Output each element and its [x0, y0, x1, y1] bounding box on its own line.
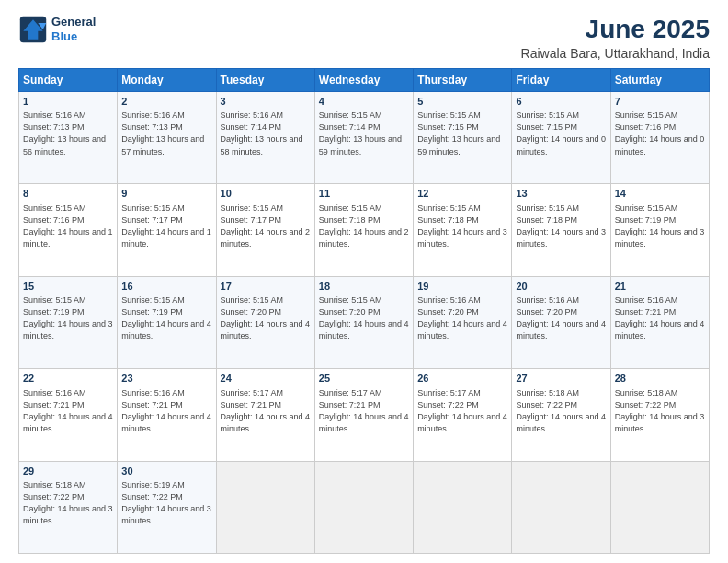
day-info: Sunrise: 5:16 AMSunset: 7:13 PMDaylight:… [121, 109, 211, 157]
day-info: Sunrise: 5:17 AMSunset: 7:21 PMDaylight:… [319, 387, 409, 435]
day-info: Sunrise: 5:16 AMSunset: 7:21 PMDaylight:… [615, 294, 705, 342]
logo-line1: General [51, 15, 96, 29]
day-cell: 15Sunrise: 5:15 AMSunset: 7:19 PMDayligh… [19, 276, 118, 368]
day-cell: 4Sunrise: 5:15 AMSunset: 7:14 PMDaylight… [314, 92, 413, 184]
day-info: Sunrise: 5:16 AMSunset: 7:20 PMDaylight:… [516, 294, 606, 342]
day-cell: 18Sunrise: 5:15 AMSunset: 7:20 PMDayligh… [314, 276, 413, 368]
day-cell: 19Sunrise: 5:16 AMSunset: 7:20 PMDayligh… [414, 276, 512, 368]
day-cell: 27Sunrise: 5:18 AMSunset: 7:22 PMDayligh… [512, 369, 610, 461]
day-cell: 13Sunrise: 5:15 AMSunset: 7:18 PMDayligh… [512, 184, 610, 276]
day-info: Sunrise: 5:19 AMSunset: 7:22 PMDaylight:… [121, 479, 211, 527]
day-info: Sunrise: 5:16 AMSunset: 7:21 PMDaylight:… [23, 387, 113, 435]
day-cell: 22Sunrise: 5:16 AMSunset: 7:21 PMDayligh… [19, 369, 118, 461]
day-number: 10 [221, 187, 311, 201]
day-number: 4 [319, 95, 409, 109]
day-cell: 7Sunrise: 5:15 AMSunset: 7:16 PMDaylight… [610, 92, 709, 184]
week-row-4: 29Sunrise: 5:18 AMSunset: 7:22 PMDayligh… [19, 461, 710, 553]
day-cell: 25Sunrise: 5:17 AMSunset: 7:21 PMDayligh… [314, 369, 413, 461]
logo-text: General Blue [51, 15, 96, 43]
month-title: June 2025 [521, 15, 710, 44]
day-number: 29 [23, 465, 113, 478]
day-info: Sunrise: 5:16 AMSunset: 7:14 PMDaylight:… [221, 109, 311, 157]
day-cell [512, 461, 610, 553]
day-number: 18 [319, 280, 409, 293]
day-number: 6 [516, 95, 606, 109]
day-info: Sunrise: 5:15 AMSunset: 7:18 PMDaylight:… [319, 202, 409, 250]
day-cell: 16Sunrise: 5:15 AMSunset: 7:19 PMDayligh… [118, 276, 216, 368]
day-info: Sunrise: 5:15 AMSunset: 7:15 PMDaylight:… [417, 109, 507, 157]
day-cell: 6Sunrise: 5:15 AMSunset: 7:15 PMDaylight… [512, 92, 610, 184]
day-cell: 24Sunrise: 5:17 AMSunset: 7:21 PMDayligh… [216, 369, 314, 461]
title-block: June 2025 Raiwala Bara, Uttarakhand, Ind… [521, 15, 710, 61]
day-cell [216, 461, 314, 553]
column-header-thursday: Thursday [414, 69, 512, 92]
day-number: 28 [615, 372, 705, 385]
logo: General Blue [18, 15, 96, 44]
day-cell: 14Sunrise: 5:15 AMSunset: 7:19 PMDayligh… [610, 184, 709, 276]
day-number: 16 [121, 280, 211, 293]
day-number: 1 [23, 95, 113, 109]
day-info: Sunrise: 5:15 AMSunset: 7:14 PMDaylight:… [319, 109, 409, 157]
day-cell: 8Sunrise: 5:15 AMSunset: 7:16 PMDaylight… [19, 184, 118, 276]
day-info: Sunrise: 5:16 AMSunset: 7:13 PMDaylight:… [23, 109, 113, 157]
day-cell [314, 461, 413, 553]
day-info: Sunrise: 5:15 AMSunset: 7:18 PMDaylight:… [417, 202, 507, 250]
day-cell: 9Sunrise: 5:15 AMSunset: 7:17 PMDaylight… [118, 184, 216, 276]
calendar-table: SundayMondayTuesdayWednesdayThursdayFrid… [18, 68, 710, 554]
column-header-friday: Friday [512, 69, 610, 92]
day-info: Sunrise: 5:17 AMSunset: 7:22 PMDaylight:… [417, 387, 507, 435]
day-number: 24 [221, 372, 311, 385]
page: General Blue June 2025 Raiwala Bara, Utt… [0, 0, 728, 563]
day-info: Sunrise: 5:16 AMSunset: 7:20 PMDaylight:… [417, 294, 507, 342]
column-header-sunday: Sunday [19, 69, 118, 92]
logo-line2: Blue [51, 29, 96, 44]
day-info: Sunrise: 5:18 AMSunset: 7:22 PMDaylight:… [615, 387, 705, 435]
day-number: 25 [319, 372, 409, 385]
day-info: Sunrise: 5:15 AMSunset: 7:17 PMDaylight:… [221, 202, 311, 250]
day-cell: 3Sunrise: 5:16 AMSunset: 7:14 PMDaylight… [216, 92, 314, 184]
column-header-tuesday: Tuesday [216, 69, 314, 92]
day-number: 30 [121, 465, 211, 478]
day-info: Sunrise: 5:17 AMSunset: 7:21 PMDaylight:… [221, 387, 311, 435]
logo-icon [18, 15, 48, 44]
day-info: Sunrise: 5:15 AMSunset: 7:19 PMDaylight:… [615, 202, 705, 250]
day-cell: 12Sunrise: 5:15 AMSunset: 7:18 PMDayligh… [414, 184, 512, 276]
day-number: 9 [121, 187, 211, 201]
week-row-1: 8Sunrise: 5:15 AMSunset: 7:16 PMDaylight… [19, 184, 710, 276]
day-cell: 11Sunrise: 5:15 AMSunset: 7:18 PMDayligh… [314, 184, 413, 276]
day-info: Sunrise: 5:15 AMSunset: 7:17 PMDaylight:… [121, 202, 211, 250]
day-number: 20 [516, 280, 606, 293]
day-cell: 21Sunrise: 5:16 AMSunset: 7:21 PMDayligh… [610, 276, 709, 368]
header: General Blue June 2025 Raiwala Bara, Utt… [18, 15, 710, 61]
day-info: Sunrise: 5:15 AMSunset: 7:16 PMDaylight:… [23, 202, 113, 250]
week-row-2: 15Sunrise: 5:15 AMSunset: 7:19 PMDayligh… [19, 276, 710, 368]
day-cell: 30Sunrise: 5:19 AMSunset: 7:22 PMDayligh… [118, 461, 216, 553]
day-cell: 20Sunrise: 5:16 AMSunset: 7:20 PMDayligh… [512, 276, 610, 368]
day-number: 7 [615, 95, 705, 109]
day-number: 27 [516, 372, 606, 385]
day-number: 19 [417, 280, 507, 293]
week-row-3: 22Sunrise: 5:16 AMSunset: 7:21 PMDayligh… [19, 369, 710, 461]
day-cell: 1Sunrise: 5:16 AMSunset: 7:13 PMDaylight… [19, 92, 118, 184]
day-cell: 23Sunrise: 5:16 AMSunset: 7:21 PMDayligh… [118, 369, 216, 461]
day-info: Sunrise: 5:15 AMSunset: 7:15 PMDaylight:… [516, 109, 606, 157]
day-number: 26 [417, 372, 507, 385]
day-cell: 2Sunrise: 5:16 AMSunset: 7:13 PMDaylight… [118, 92, 216, 184]
day-number: 14 [615, 187, 705, 201]
day-number: 11 [319, 187, 409, 201]
day-cell [610, 461, 709, 553]
day-number: 8 [23, 187, 113, 201]
day-cell: 26Sunrise: 5:17 AMSunset: 7:22 PMDayligh… [414, 369, 512, 461]
column-header-saturday: Saturday [610, 69, 709, 92]
day-cell [414, 461, 512, 553]
day-cell: 29Sunrise: 5:18 AMSunset: 7:22 PMDayligh… [19, 461, 118, 553]
day-info: Sunrise: 5:15 AMSunset: 7:19 PMDaylight:… [23, 294, 113, 342]
day-info: Sunrise: 5:18 AMSunset: 7:22 PMDaylight:… [516, 387, 606, 435]
day-number: 17 [221, 280, 311, 293]
day-number: 15 [23, 280, 113, 293]
day-cell: 10Sunrise: 5:15 AMSunset: 7:17 PMDayligh… [216, 184, 314, 276]
day-info: Sunrise: 5:16 AMSunset: 7:21 PMDaylight:… [121, 387, 211, 435]
calendar-header-row: SundayMondayTuesdayWednesdayThursdayFrid… [19, 69, 710, 92]
day-number: 5 [417, 95, 507, 109]
day-info: Sunrise: 5:15 AMSunset: 7:20 PMDaylight:… [221, 294, 311, 342]
